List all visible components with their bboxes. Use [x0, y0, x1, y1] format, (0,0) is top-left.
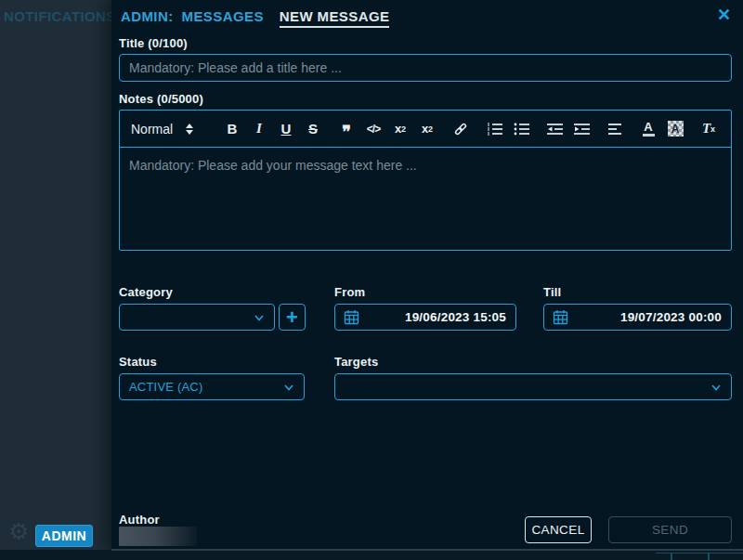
strikethrough-button[interactable]: S	[302, 118, 324, 140]
chevron-down-icon	[281, 380, 296, 395]
cancel-button[interactable]: CANCEL	[525, 516, 592, 543]
background-color-icon: A	[668, 121, 684, 137]
subscript-button[interactable]: x2	[389, 118, 411, 140]
breadcrumb-app: ADMIN:	[121, 8, 174, 24]
status-label: Status	[119, 355, 157, 369]
from-datetime-value: 19/06/2023 15:05	[359, 310, 506, 324]
indent-icon	[574, 123, 590, 136]
author-value-redacted	[119, 527, 197, 546]
align-icon	[607, 123, 622, 136]
notifications-page-title: NOTIFICATIONS (	[4, 8, 113, 24]
title-input[interactable]	[119, 54, 732, 82]
superscript-button[interactable]: x2	[416, 118, 438, 140]
new-message-dialog: ADMIN: MESSAGES NEW MESSAGE ✕ Title (0/1…	[111, 0, 743, 550]
till-datetime-input[interactable]: 19/07/2023 00:00	[543, 304, 732, 331]
outdent-button[interactable]	[543, 118, 566, 140]
admin-button-label: ADMIN	[42, 528, 86, 543]
notes-label: Notes (0/5000)	[119, 92, 203, 106]
title-label: Title (0/100)	[119, 36, 188, 50]
chevron-down-icon	[709, 380, 723, 395]
background-table-grid	[708, 553, 710, 560]
send-button[interactable]: SEND	[608, 516, 732, 543]
targets-label: Targets	[334, 355, 378, 369]
format-dropdown-label: Normal	[131, 122, 173, 137]
calendar-icon	[344, 309, 359, 325]
admin-user-button[interactable]: ADMIN	[35, 525, 93, 547]
link-button[interactable]	[450, 118, 472, 140]
tab-new-message[interactable]: NEW MESSAGE	[280, 8, 390, 28]
background-color-button[interactable]: A	[664, 118, 686, 140]
from-datetime-input[interactable]: 19/06/2023 15:05	[334, 304, 516, 331]
screen: NOTIFICATIONS ( ⚙ ADMIN ADMIN: MESSAGES …	[0, 0, 743, 560]
till-datetime-value: 19/07/2023 00:00	[568, 310, 722, 324]
bold-button[interactable]: B	[221, 118, 243, 140]
add-category-button[interactable]: +	[279, 304, 306, 331]
code-button[interactable]: </>	[362, 118, 385, 140]
blockquote-button[interactable]: ❞	[335, 118, 358, 140]
italic-button[interactable]: I	[248, 118, 270, 140]
text-color-button[interactable]: A	[637, 118, 659, 140]
background-table-grid	[656, 553, 743, 553]
till-label: Till	[543, 285, 561, 299]
align-button[interactable]	[604, 118, 626, 140]
breadcrumb-section[interactable]: MESSAGES	[182, 8, 264, 24]
indent-button[interactable]	[570, 118, 593, 140]
ordered-list-button[interactable]	[483, 118, 505, 140]
updown-arrows-icon	[186, 124, 193, 135]
calendar-icon	[553, 309, 568, 325]
chevron-down-icon	[252, 310, 267, 325]
notes-textarea[interactable]: Mandatory: Please add your message text …	[120, 148, 731, 183]
rich-text-editor: Normal B I U S ❞ </> x2 x2	[119, 110, 732, 251]
status-value: ACTIVE (AC)	[129, 380, 281, 394]
bullet-list-button[interactable]	[510, 118, 532, 140]
ordered-list-icon	[487, 123, 502, 136]
outdent-icon	[547, 123, 563, 136]
targets-select[interactable]	[334, 373, 732, 400]
author-label: Author	[119, 513, 160, 527]
divider	[111, 550, 743, 551]
category-select[interactable]	[119, 304, 275, 331]
status-select[interactable]: ACTIVE (AC)	[119, 373, 305, 400]
from-label: From	[334, 285, 365, 299]
editor-toolbar: Normal B I U S ❞ </> x2 x2	[120, 111, 731, 148]
gear-icon[interactable]: ⚙	[8, 520, 29, 543]
clear-formatting-button[interactable]: Tx	[697, 118, 720, 140]
category-label: Category	[119, 285, 173, 299]
close-icon[interactable]: ✕	[717, 7, 731, 23]
underline-button[interactable]: U	[275, 118, 297, 140]
link-icon	[452, 122, 469, 137]
text-color-icon: A	[643, 121, 655, 137]
background-table-grid	[671, 553, 672, 560]
format-dropdown[interactable]: Normal	[131, 122, 210, 137]
page-bottom-strip	[0, 550, 743, 560]
breadcrumb: ADMIN: MESSAGES NEW MESSAGE	[121, 8, 389, 28]
plus-icon: +	[286, 307, 298, 328]
bullet-list-icon	[514, 123, 529, 136]
